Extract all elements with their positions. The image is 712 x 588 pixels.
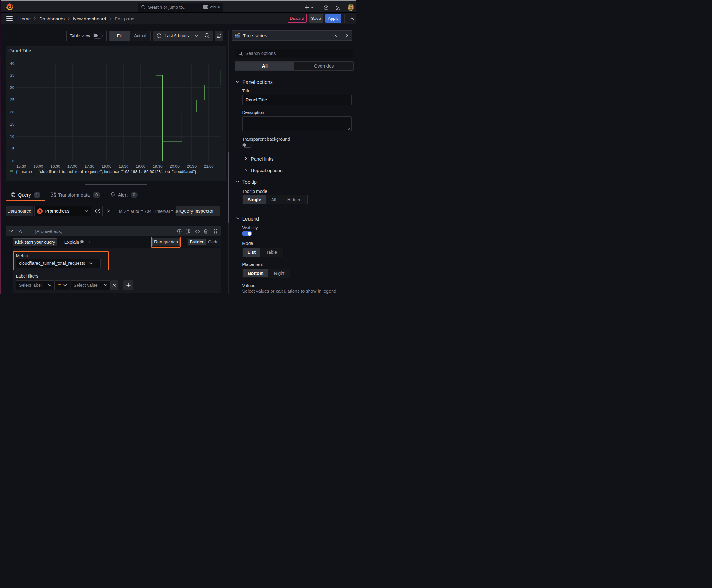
svg-text:17:00: 17:00 [67,164,77,169]
svg-text:0: 0 [12,159,15,163]
svg-text:18:30: 18:30 [118,164,128,169]
svg-text:20: 20 [10,110,15,114]
svg-text:16:30: 16:30 [50,164,60,169]
svg-text:16:00: 16:00 [33,164,43,169]
svg-text:15: 15 [10,122,15,126]
svg-text:30: 30 [10,85,15,90]
svg-text:21:00: 21:00 [204,164,214,169]
svg-text:19:00: 19:00 [136,164,145,169]
svg-text:20:00: 20:00 [170,164,179,169]
svg-text:40: 40 [10,61,15,65]
svg-text:15:30: 15:30 [16,164,26,169]
svg-text:35: 35 [10,73,15,78]
svg-text:17:30: 17:30 [84,164,94,169]
svg-text:{__name__="cloudflared_tunnel_: {__name__="cloudflared_tunnel_total_requ… [16,169,196,174]
svg-text:20:30: 20:30 [187,164,196,169]
svg-text:25: 25 [10,98,15,102]
svg-text:19:30: 19:30 [153,164,162,169]
svg-text:10: 10 [10,134,15,139]
svg-text:5: 5 [12,146,15,151]
svg-text:18:00: 18:00 [102,164,111,169]
